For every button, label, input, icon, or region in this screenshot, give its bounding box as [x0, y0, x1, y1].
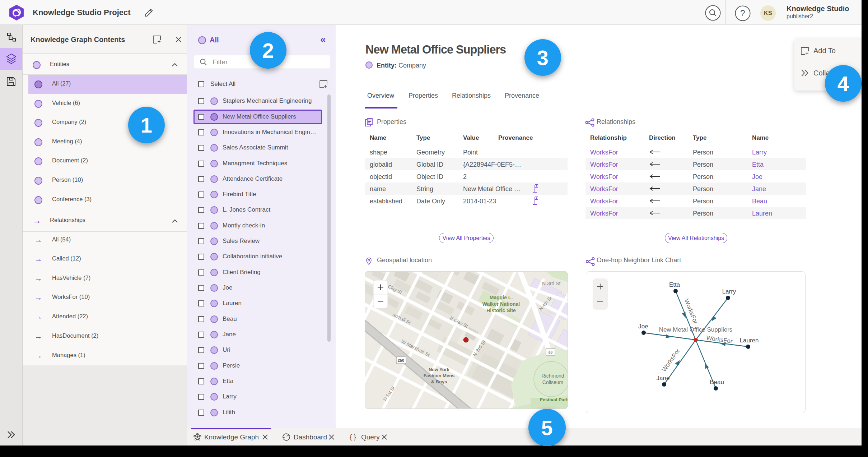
- svg-text:Maggie L.: Maggie L.: [490, 295, 513, 300]
- svg-text:?: ?: [740, 8, 745, 18]
- svg-text:Fashion Mens: Fashion Mens: [424, 373, 455, 378]
- svg-text:Jane: Jane: [657, 375, 670, 382]
- svg-text:Etta: Etta: [669, 281, 680, 288]
- svg-text:New York: New York: [429, 367, 450, 372]
- svg-text:Historic Site: Historic Site: [486, 308, 516, 313]
- svg-text:Larry: Larry: [722, 288, 736, 295]
- svg-text:Beau: Beau: [710, 379, 724, 386]
- svg-text:Coliseum: Coliseum: [542, 379, 563, 385]
- svg-text:33: 33: [548, 350, 552, 354]
- svg-text:New Metal Office Suppliers: New Metal Office Suppliers: [659, 326, 733, 333]
- svg-text:Festival Park: Festival Park: [540, 397, 568, 402]
- svg-text:& Boys: & Boys: [431, 379, 447, 384]
- svg-text:Joe: Joe: [638, 323, 648, 330]
- svg-text:Walker National: Walker National: [482, 301, 520, 307]
- svg-text:Richmond: Richmond: [541, 373, 564, 379]
- svg-text:Lauren: Lauren: [740, 337, 759, 344]
- svg-text:250: 250: [398, 358, 404, 363]
- svg-text:N 3rd St: N 3rd St: [542, 281, 560, 286]
